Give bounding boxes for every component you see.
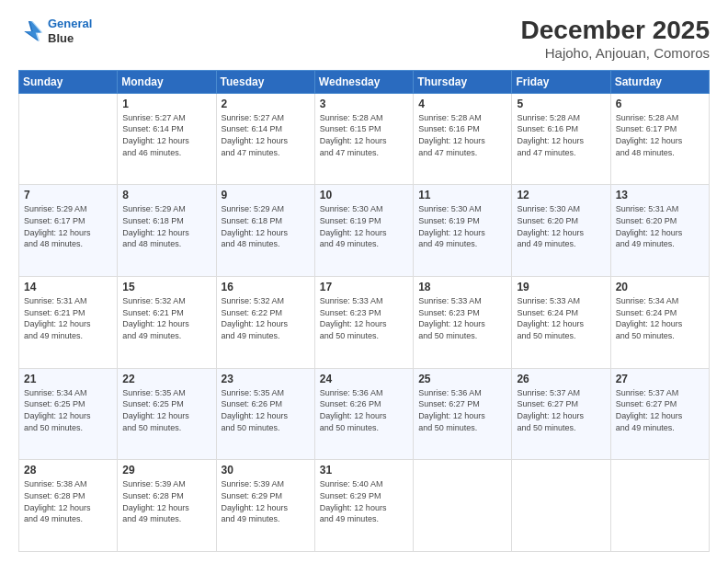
calendar-title: December 2025 xyxy=(521,17,710,45)
day-number: 21 xyxy=(24,373,112,385)
day-info: Sunrise: 5:33 AM Sunset: 6:24 PM Dayligh… xyxy=(517,295,605,341)
day-number: 12 xyxy=(517,189,605,201)
calendar-table: SundayMondayTuesdayWednesdayThursdayFrid… xyxy=(18,70,710,552)
day-number: 17 xyxy=(320,281,408,293)
calendar-cell: 9Sunrise: 5:29 AM Sunset: 6:18 PM Daylig… xyxy=(216,185,314,277)
day-number: 16 xyxy=(222,281,310,293)
day-info: Sunrise: 5:36 AM Sunset: 6:26 PM Dayligh… xyxy=(320,387,408,433)
logo: General Blue xyxy=(18,17,92,45)
calendar-cell: 6Sunrise: 5:28 AM Sunset: 6:17 PM Daylig… xyxy=(610,93,709,185)
day-number: 24 xyxy=(320,373,408,385)
page: General Blue December 2025 Hajoho, Anjou… xyxy=(0,0,728,563)
day-info: Sunrise: 5:32 AM Sunset: 6:21 PM Dayligh… xyxy=(122,295,210,341)
day-info: Sunrise: 5:31 AM Sunset: 6:20 PM Dayligh… xyxy=(616,203,704,249)
week-row-2: 7Sunrise: 5:29 AM Sunset: 6:17 PM Daylig… xyxy=(19,185,710,277)
calendar-cell: 3Sunrise: 5:28 AM Sunset: 6:15 PM Daylig… xyxy=(314,93,413,185)
day-info: Sunrise: 5:28 AM Sunset: 6:16 PM Dayligh… xyxy=(418,112,506,158)
day-info: Sunrise: 5:34 AM Sunset: 6:25 PM Dayligh… xyxy=(24,387,112,433)
day-info: Sunrise: 5:35 AM Sunset: 6:25 PM Dayligh… xyxy=(122,387,210,433)
day-info: Sunrise: 5:28 AM Sunset: 6:15 PM Dayligh… xyxy=(320,112,408,158)
day-number: 18 xyxy=(418,281,506,293)
day-number: 29 xyxy=(122,464,210,477)
weekday-header-tuesday: Tuesday xyxy=(216,70,314,93)
calendar-cell: 1Sunrise: 5:27 AM Sunset: 6:14 PM Daylig… xyxy=(118,93,216,185)
day-number: 2 xyxy=(222,98,310,110)
weekday-header-friday: Friday xyxy=(512,70,610,93)
day-info: Sunrise: 5:34 AM Sunset: 6:24 PM Dayligh… xyxy=(616,295,704,341)
weekday-header-wednesday: Wednesday xyxy=(314,70,413,93)
day-number: 9 xyxy=(222,189,310,201)
day-number: 8 xyxy=(122,189,210,201)
calendar-cell: 13Sunrise: 5:31 AM Sunset: 6:20 PM Dayli… xyxy=(610,185,709,277)
calendar-cell: 24Sunrise: 5:36 AM Sunset: 6:26 PM Dayli… xyxy=(314,368,413,460)
calendar-cell: 2Sunrise: 5:27 AM Sunset: 6:14 PM Daylig… xyxy=(216,93,314,185)
weekday-header-row: SundayMondayTuesdayWednesdayThursdayFrid… xyxy=(19,70,710,93)
day-info: Sunrise: 5:40 AM Sunset: 6:29 PM Dayligh… xyxy=(320,478,408,524)
weekday-header-sunday: Sunday xyxy=(19,70,118,93)
calendar-cell: 29Sunrise: 5:39 AM Sunset: 6:28 PM Dayli… xyxy=(118,460,216,552)
svg-marker-1 xyxy=(26,21,43,41)
day-number: 22 xyxy=(122,373,210,385)
week-row-1: 1Sunrise: 5:27 AM Sunset: 6:14 PM Daylig… xyxy=(19,93,710,185)
calendar-cell: 18Sunrise: 5:33 AM Sunset: 6:23 PM Dayli… xyxy=(414,277,512,369)
calendar-cell: 17Sunrise: 5:33 AM Sunset: 6:23 PM Dayli… xyxy=(314,277,413,369)
day-number: 5 xyxy=(517,98,605,110)
calendar-cell: 28Sunrise: 5:38 AM Sunset: 6:28 PM Dayli… xyxy=(19,460,118,552)
header: General Blue December 2025 Hajoho, Anjou… xyxy=(18,17,710,61)
logo-general: General xyxy=(48,17,92,30)
weekday-header-monday: Monday xyxy=(118,70,216,93)
day-number: 15 xyxy=(122,281,210,293)
calendar-cell: 10Sunrise: 5:30 AM Sunset: 6:19 PM Dayli… xyxy=(314,185,413,277)
calendar-cell: 19Sunrise: 5:33 AM Sunset: 6:24 PM Dayli… xyxy=(512,277,610,369)
day-number: 6 xyxy=(616,98,704,110)
day-number: 1 xyxy=(122,98,210,110)
calendar-cell: 12Sunrise: 5:30 AM Sunset: 6:20 PM Dayli… xyxy=(512,185,610,277)
title-block: December 2025 Hajoho, Anjouan, Comoros xyxy=(521,17,710,61)
calendar-cell: 25Sunrise: 5:36 AM Sunset: 6:27 PM Dayli… xyxy=(414,368,512,460)
calendar-cell: 22Sunrise: 5:35 AM Sunset: 6:25 PM Dayli… xyxy=(118,368,216,460)
day-number: 19 xyxy=(517,281,605,293)
calendar-cell: 23Sunrise: 5:35 AM Sunset: 6:26 PM Dayli… xyxy=(216,368,314,460)
calendar-cell: 15Sunrise: 5:32 AM Sunset: 6:21 PM Dayli… xyxy=(118,277,216,369)
calendar-cell: 7Sunrise: 5:29 AM Sunset: 6:17 PM Daylig… xyxy=(19,185,118,277)
day-info: Sunrise: 5:38 AM Sunset: 6:28 PM Dayligh… xyxy=(24,478,112,524)
calendar-cell: 14Sunrise: 5:31 AM Sunset: 6:21 PM Dayli… xyxy=(19,277,118,369)
day-info: Sunrise: 5:29 AM Sunset: 6:17 PM Dayligh… xyxy=(24,203,112,249)
day-number: 20 xyxy=(616,281,704,293)
day-info: Sunrise: 5:28 AM Sunset: 6:17 PM Dayligh… xyxy=(616,112,704,158)
day-number: 27 xyxy=(616,373,704,385)
day-number: 13 xyxy=(616,189,704,201)
day-info: Sunrise: 5:32 AM Sunset: 6:22 PM Dayligh… xyxy=(222,295,310,341)
calendar-cell: 16Sunrise: 5:32 AM Sunset: 6:22 PM Dayli… xyxy=(216,277,314,369)
week-row-5: 28Sunrise: 5:38 AM Sunset: 6:28 PM Dayli… xyxy=(19,460,710,552)
day-info: Sunrise: 5:35 AM Sunset: 6:26 PM Dayligh… xyxy=(222,387,310,433)
day-info: Sunrise: 5:30 AM Sunset: 6:20 PM Dayligh… xyxy=(517,203,605,249)
day-info: Sunrise: 5:27 AM Sunset: 6:14 PM Dayligh… xyxy=(222,112,310,158)
day-number: 14 xyxy=(24,281,112,293)
calendar-subtitle: Hajoho, Anjouan, Comoros xyxy=(521,45,710,61)
day-info: Sunrise: 5:33 AM Sunset: 6:23 PM Dayligh… xyxy=(418,295,506,341)
calendar-cell: 11Sunrise: 5:30 AM Sunset: 6:19 PM Dayli… xyxy=(414,185,512,277)
day-info: Sunrise: 5:28 AM Sunset: 6:16 PM Dayligh… xyxy=(517,112,605,158)
day-info: Sunrise: 5:30 AM Sunset: 6:19 PM Dayligh… xyxy=(418,203,506,249)
calendar-cell: 31Sunrise: 5:40 AM Sunset: 6:29 PM Dayli… xyxy=(314,460,413,552)
day-info: Sunrise: 5:37 AM Sunset: 6:27 PM Dayligh… xyxy=(517,387,605,433)
day-info: Sunrise: 5:31 AM Sunset: 6:21 PM Dayligh… xyxy=(24,295,112,341)
day-number: 25 xyxy=(418,373,506,385)
day-number: 3 xyxy=(320,98,408,110)
week-row-3: 14Sunrise: 5:31 AM Sunset: 6:21 PM Dayli… xyxy=(19,277,710,369)
week-row-4: 21Sunrise: 5:34 AM Sunset: 6:25 PM Dayli… xyxy=(19,368,710,460)
calendar-cell: 20Sunrise: 5:34 AM Sunset: 6:24 PM Dayli… xyxy=(610,277,709,369)
day-number: 28 xyxy=(24,464,112,477)
day-number: 26 xyxy=(517,373,605,385)
day-info: Sunrise: 5:30 AM Sunset: 6:19 PM Dayligh… xyxy=(320,203,408,249)
day-info: Sunrise: 5:29 AM Sunset: 6:18 PM Dayligh… xyxy=(222,203,310,249)
calendar-cell xyxy=(19,93,118,185)
day-info: Sunrise: 5:27 AM Sunset: 6:14 PM Dayligh… xyxy=(122,112,210,158)
day-number: 4 xyxy=(418,98,506,110)
day-number: 31 xyxy=(320,464,408,477)
calendar-cell xyxy=(610,460,709,552)
day-info: Sunrise: 5:29 AM Sunset: 6:18 PM Dayligh… xyxy=(122,203,210,249)
calendar-cell: 21Sunrise: 5:34 AM Sunset: 6:25 PM Dayli… xyxy=(19,368,118,460)
calendar-cell: 4Sunrise: 5:28 AM Sunset: 6:16 PM Daylig… xyxy=(414,93,512,185)
